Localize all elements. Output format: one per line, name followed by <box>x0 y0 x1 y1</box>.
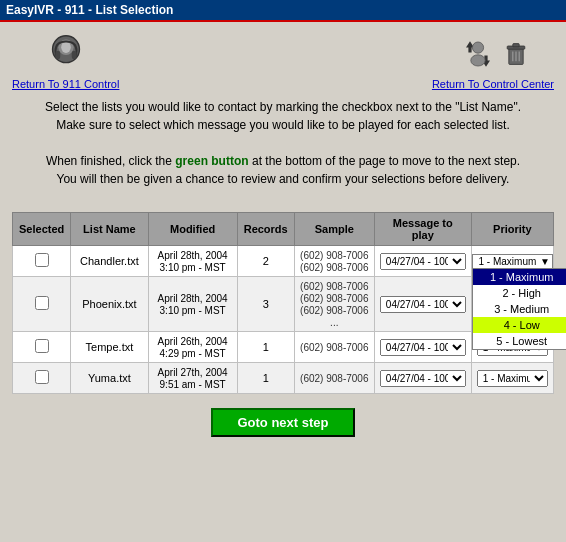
message-select-4[interactable]: 04/27/04 - 1002.wav <box>380 370 466 387</box>
priority-dropdown-trigger-1[interactable]: 1 - Maximum ▼ <box>472 254 553 269</box>
priority-option-maximum[interactable]: 1 - Maximum <box>473 269 566 285</box>
instruction-line3: When finished, click the green button at… <box>12 152 554 170</box>
cell-selected-3 <box>13 332 71 363</box>
table-row: Chandler.txt April 28th, 2004 3:10 pm - … <box>13 246 554 277</box>
cell-records-3: 1 <box>237 332 294 363</box>
cell-listname-2: Phoenix.txt <box>71 277 148 332</box>
priority-select-4[interactable]: 1 - Maximum 2 - High 3 - Medium 4 - Low … <box>477 370 548 387</box>
cell-listname-3: Tempe.txt <box>71 332 148 363</box>
instructions: Select the lists you would like to conta… <box>12 98 554 188</box>
return-control-icon <box>458 30 498 78</box>
checkbox-1[interactable] <box>35 253 49 267</box>
cell-sample-2: (602) 908-7006 (602) 908-7006 (602) 908-… <box>294 277 374 332</box>
cell-modified-1: April 28th, 2004 3:10 pm - MST <box>148 246 237 277</box>
svg-rect-11 <box>513 44 519 47</box>
message-select-3[interactable]: 04/27/04 - 1002.wav <box>380 339 466 356</box>
col-header-records: Records <box>237 213 294 246</box>
cell-sample-3: (602) 908-7006 <box>294 332 374 363</box>
cell-modified-2: April 28th, 2004 3:10 pm - MST <box>148 277 237 332</box>
instruction-line1: Select the lists you would like to conta… <box>12 98 554 116</box>
cell-records-1: 2 <box>237 246 294 277</box>
col-header-selected: Selected <box>13 213 71 246</box>
svg-rect-4 <box>71 51 76 59</box>
cell-selected-4 <box>13 363 71 394</box>
return-911-icon <box>42 30 90 78</box>
priority-option-medium[interactable]: 3 - Medium <box>473 301 566 317</box>
cell-message-2: 04/27/04 - 1002.wav <box>374 277 471 332</box>
dropdown-arrow-1: ▼ <box>540 256 550 267</box>
col-header-modified: Modified <box>148 213 237 246</box>
goto-btn-row: Goto next step <box>12 408 554 437</box>
return-911-link[interactable]: Return To 911 Control <box>12 78 119 90</box>
checkbox-4[interactable] <box>35 370 49 384</box>
col-header-sample: Sample <box>294 213 374 246</box>
checkbox-3[interactable] <box>35 339 49 353</box>
left-header-block: Return To 911 Control <box>12 30 119 90</box>
message-select-2[interactable]: 04/27/04 - 1002.wav <box>380 296 466 313</box>
priority-open-dropdown-1: 1 - Maximum 2 - High 3 - Medium 4 - Low … <box>472 268 566 350</box>
main-table: Selected List Name Modified Records Samp… <box>12 212 554 394</box>
cell-sample-1: (602) 908-7006 (602) 908-7006 <box>294 246 374 277</box>
title-bar: EasyIVR - 911 - List Selection <box>0 0 566 22</box>
checkbox-2[interactable] <box>35 296 49 310</box>
priority-option-low[interactable]: 4 - Low <box>473 317 566 333</box>
instruction-line3-text: When finished, click the <box>46 154 172 168</box>
priority-option-high[interactable]: 2 - High <box>473 285 566 301</box>
cell-records-2: 3 <box>237 277 294 332</box>
message-select-1[interactable]: 04/27/04 - 1002.wav <box>380 253 466 270</box>
goto-next-step-button[interactable]: Goto next step <box>211 408 354 437</box>
cell-listname-4: Yuma.txt <box>71 363 148 394</box>
cell-sample-4: (602) 908-7006 <box>294 363 374 394</box>
cell-message-1: 04/27/04 - 1002.wav <box>374 246 471 277</box>
col-header-message: Message to play <box>374 213 471 246</box>
trash-icon <box>504 40 528 68</box>
cell-modified-3: April 26th, 2004 4:29 pm - MST <box>148 332 237 363</box>
cell-modified-4: April 27th, 2004 9:51 am - MST <box>148 363 237 394</box>
svg-point-2 <box>61 42 71 54</box>
instruction-line4: You will then be given a chance to revie… <box>12 170 554 188</box>
header-row: Return To 911 Control <box>12 30 554 90</box>
cell-listname-1: Chandler.txt <box>71 246 148 277</box>
cell-priority-1: 1 - Maximum ▼ 1 - Maximum 2 - High 3 - M… <box>471 246 553 277</box>
svg-point-7 <box>472 42 483 53</box>
cell-priority-4: 1 - Maximum 2 - High 3 - Medium 4 - Low … <box>471 363 553 394</box>
svg-point-8 <box>471 55 485 66</box>
priority-option-lowest[interactable]: 5 - Lowest <box>473 333 566 349</box>
cell-message-4: 04/27/04 - 1002.wav <box>374 363 471 394</box>
cell-records-4: 1 <box>237 363 294 394</box>
cell-message-3: 04/27/04 - 1002.wav <box>374 332 471 363</box>
table-row: Yuma.txt April 27th, 2004 9:51 am - MST … <box>13 363 554 394</box>
instruction-line3b: at the bottom of the page to move to the… <box>252 154 520 168</box>
green-button-ref: green button <box>175 154 248 168</box>
svg-rect-3 <box>55 51 60 59</box>
title-label: EasyIVR - 911 - List Selection <box>6 3 173 17</box>
instruction-line2: Make sure to select which message you wo… <box>12 116 554 134</box>
cell-selected-1 <box>13 246 71 277</box>
cell-selected-2 <box>13 277 71 332</box>
col-header-priority: Priority <box>471 213 553 246</box>
col-header-listname: List Name <box>71 213 148 246</box>
priority-selected-label-1: 1 - Maximum <box>475 256 540 267</box>
right-header-block: Return To Control Center <box>432 30 554 90</box>
return-control-center-link[interactable]: Return To Control Center <box>432 78 554 90</box>
